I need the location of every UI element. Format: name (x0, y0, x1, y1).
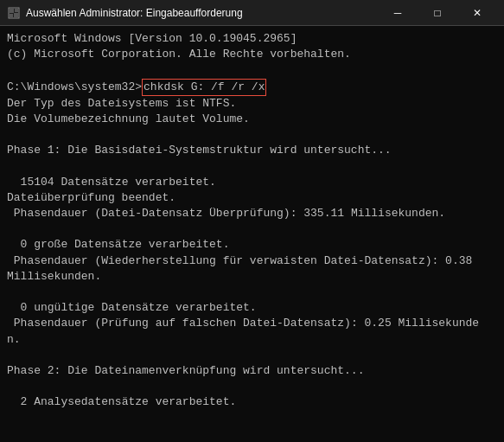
svg-rect-2 (15, 9, 18, 12)
filesystem-type-line: Der Typ des Dateisystems ist NTFS. (7, 96, 497, 112)
title-bar-text: Auswählen Administrator: Eingabeaufforde… (26, 7, 243, 19)
maximize-button[interactable]: □ (418, 0, 457, 26)
large-records-line: 0 große Datensätze verarbeitet. (7, 237, 497, 253)
prompt-text: C:\Windows\system32> (7, 80, 142, 95)
phase-duration-2b-line: Millisekunden. (7, 269, 497, 285)
phase1-line: Phase 1: Die Basisdatei-Systemstruktur w… (7, 143, 497, 158)
title-bar-icon (7, 6, 21, 20)
empty-7 (7, 379, 497, 394)
minimize-button[interactable]: ─ (378, 0, 418, 26)
svg-rect-4 (14, 13, 18, 17)
invalid-records-line: 0 ungültige Datensätze verarbeitet. (7, 300, 497, 316)
phase2-line: Phase 2: Die Dateinamenverknüpfung wird … (7, 363, 497, 379)
close-button[interactable]: ✕ (457, 0, 497, 26)
svg-rect-1 (10, 9, 14, 13)
phase-duration-2a-line: Phasendauer (Wiederherstellung für verwa… (7, 253, 497, 269)
command-text: chkdsk G: /f /r /x (142, 79, 266, 96)
svg-rect-3 (10, 14, 13, 17)
terminal-body: Microsoft Windows [Version 10.0.19045.29… (0, 26, 504, 442)
check-complete-line: Dateiüberprüfung beendet. (7, 190, 497, 206)
empty-4 (7, 221, 497, 237)
empty-1 (7, 62, 497, 78)
title-bar: Auswählen Administrator: Eingabeaufforde… (0, 0, 504, 26)
windows-version-line: Microsoft Windows [Version 10.0.19045.29… (7, 31, 497, 47)
analysis-records-line: 2 Analysedatensätze verarbeitet. (7, 394, 497, 410)
phase-duration-1-line: Phasendauer (Datei-Datensatz Überprüfung… (7, 206, 497, 221)
volume-label-line: Die Volumebezeichnung lautet Volume. (7, 112, 497, 127)
empty-5 (7, 285, 497, 300)
phase-duration-3a-line: Phasendauer (Prüfung auf falschen Datei-… (7, 316, 497, 331)
empty-3 (7, 159, 497, 175)
records-processed-line: 15104 Datensätze verarbeitet. (7, 175, 497, 190)
phase-duration-3b-line: n. (7, 332, 497, 348)
empty-2 (7, 127, 497, 143)
copyright-line: (c) Microsoft Corporation. Alle Rechte v… (7, 47, 497, 62)
empty-6 (7, 348, 497, 363)
command-input-line: C:\Windows\system32>chkdsk G: /f /r /x (7, 79, 497, 96)
